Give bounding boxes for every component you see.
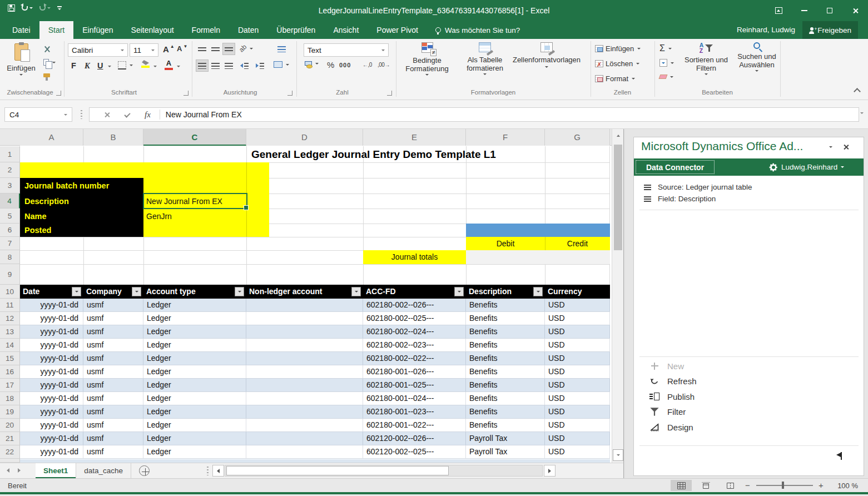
- merge-center-button[interactable]: [274, 61, 289, 68]
- row-header-20[interactable]: 20: [0, 419, 20, 432]
- ribbon-tab-start[interactable]: Start: [39, 21, 74, 39]
- cell-accfd[interactable]: 602180-001--025---: [363, 379, 466, 391]
- row-header-5[interactable]: 5: [0, 209, 20, 224]
- cell-date[interactable]: yyyy-01-dd: [20, 325, 83, 338]
- ribbon-tab-formeln[interactable]: Formeln: [183, 21, 229, 39]
- cell-description[interactable]: Benefits: [466, 312, 545, 325]
- italic-button[interactable]: K: [85, 61, 90, 71]
- sheet-tab-data_cache[interactable]: data_cache: [76, 463, 131, 478]
- horizontal-scrollbar[interactable]: [225, 465, 543, 477]
- zoom-in-button[interactable]: +: [819, 480, 824, 490]
- cell-non_ledger[interactable]: [246, 325, 363, 338]
- filter-dropdown-account-type[interactable]: [235, 287, 244, 296]
- chevron-down-icon[interactable]: [153, 66, 157, 67]
- cell-account_type[interactable]: Ledger: [143, 339, 246, 351]
- row-header-10[interactable]: 10: [0, 285, 20, 299]
- row-header-23[interactable]: [0, 459, 20, 463]
- close-button[interactable]: [842, 0, 868, 21]
- sort-filter-button[interactable]: AZ Sortieren und Filtern: [679, 42, 733, 75]
- cut-button[interactable]: [43, 46, 51, 53]
- ribbon-tab-einfügen[interactable]: Einfügen: [73, 21, 122, 39]
- cell-account_type[interactable]: Ledger: [143, 432, 246, 445]
- share-button[interactable]: Freigeben: [802, 21, 858, 39]
- cell-company[interactable]: usmf: [83, 405, 143, 418]
- row-header-21[interactable]: 21: [0, 432, 20, 445]
- h-scroll-left-button[interactable]: [212, 465, 224, 477]
- autosum-button[interactable]: Σ: [659, 43, 672, 53]
- ribbon-tab-seitenlayout[interactable]: Seitenlayout: [122, 21, 183, 39]
- cell-description[interactable]: Benefits: [466, 339, 545, 351]
- cell-company[interactable]: usmf: [83, 379, 143, 391]
- row-header-17[interactable]: 17: [0, 379, 20, 392]
- cell-account_type[interactable]: Ledger: [143, 379, 246, 391]
- cell-company[interactable]: usmf: [83, 432, 143, 445]
- dialog-launcher-icon[interactable]: [287, 91, 292, 96]
- row-header-3[interactable]: 3: [0, 178, 20, 194]
- cell-date[interactable]: yyyy-01-dd: [20, 432, 83, 445]
- cell-non_ledger[interactable]: [246, 339, 363, 351]
- cell-company[interactable]: usmf: [83, 352, 143, 365]
- paste-button[interactable]: Einfügen: [6, 43, 37, 76]
- borders-button[interactable]: [118, 61, 133, 70]
- redo-button[interactable]: [39, 6, 51, 11]
- cell-account_type[interactable]: Ledger: [143, 352, 246, 365]
- cell-account_type[interactable]: Ledger: [143, 419, 246, 431]
- accounting-format-button[interactable]: [305, 61, 319, 66]
- cell-currency[interactable]: USD: [545, 392, 610, 405]
- cell-account_type[interactable]: Ledger: [143, 299, 246, 311]
- tell-me-box[interactable]: Was möchten Sie tun?: [435, 21, 520, 39]
- cell-date[interactable]: yyyy-01-dd: [20, 312, 83, 325]
- cell-accfd[interactable]: 602180-001--022---: [363, 419, 466, 431]
- align-bottom-button[interactable]: [222, 43, 235, 55]
- cell-company[interactable]: usmf: [83, 312, 143, 325]
- cell-currency[interactable]: USD: [545, 419, 610, 431]
- dialog-launcher-icon[interactable]: [183, 91, 189, 96]
- row-header-18[interactable]: 18: [0, 392, 20, 405]
- copy-button[interactable]: [43, 59, 56, 66]
- fill-color-button[interactable]: [141, 60, 150, 68]
- delete-cells-button[interactable]: Löschen: [595, 59, 639, 68]
- format-cells-button[interactable]: Format: [595, 75, 635, 83]
- refresh-button[interactable]: Refresh: [649, 376, 697, 386]
- zoom-slider-thumb[interactable]: [782, 482, 784, 489]
- increase-indent-button[interactable]: [254, 59, 266, 72]
- cell-currency[interactable]: USD: [545, 352, 610, 365]
- cell-non_ledger[interactable]: [246, 445, 363, 458]
- h-scroll-right-button[interactable]: [544, 465, 555, 477]
- publish-button[interactable]: Publish: [649, 391, 695, 401]
- flag-icon[interactable]: [841, 452, 842, 460]
- panel-menu-icon[interactable]: [829, 146, 832, 148]
- cell-non_ledger[interactable]: [246, 379, 363, 391]
- cell-account_type[interactable]: Ledger: [143, 392, 246, 405]
- cell-date[interactable]: yyyy-01-dd: [20, 445, 83, 458]
- column-header-F[interactable]: F: [466, 129, 545, 146]
- cell-date[interactable]: yyyy-01-dd: [20, 405, 83, 418]
- increase-decimal-button[interactable]: ←,0: [363, 62, 372, 68]
- dialog-launcher-icon[interactable]: [387, 91, 392, 96]
- journal-totals-cell[interactable]: Journal totals: [363, 250, 466, 264]
- add-sheet-button[interactable]: [139, 465, 150, 476]
- format-painter-button[interactable]: [43, 73, 50, 77]
- cell-currency[interactable]: USD: [545, 405, 610, 418]
- name-box[interactable]: C4: [4, 107, 72, 122]
- sheet-title-cell[interactable]: General Ledger Journal Entry Demo Templa…: [251, 146, 496, 162]
- cell-company[interactable]: usmf: [83, 299, 143, 311]
- zoom-out-button[interactable]: −: [745, 480, 750, 490]
- scroll-up-button[interactable]: [613, 130, 623, 141]
- row-header-4[interactable]: 4: [0, 194, 20, 209]
- minimize-button[interactable]: [791, 0, 817, 21]
- column-header-C[interactable]: C: [143, 129, 246, 146]
- row-header-7[interactable]: 7: [0, 237, 20, 250]
- cell-currency[interactable]: USD: [545, 339, 610, 351]
- cell-non_ledger[interactable]: [246, 432, 363, 445]
- cell-description[interactable]: Benefits: [466, 365, 545, 378]
- cell-currency[interactable]: USD: [545, 299, 610, 311]
- ribbon-tab-power-pivot[interactable]: Power Pivot: [368, 21, 427, 39]
- cell-date[interactable]: yyyy-01-dd: [20, 419, 83, 431]
- cell-description[interactable]: Benefits: [466, 352, 545, 365]
- dialog-launcher-icon[interactable]: [56, 91, 61, 96]
- data-connector-tab[interactable]: Data Connector: [636, 160, 715, 174]
- ribbon-tab-daten[interactable]: Daten: [229, 21, 267, 39]
- row-header-13[interactable]: 13: [0, 325, 20, 339]
- vertical-scrollbar[interactable]: [612, 129, 623, 463]
